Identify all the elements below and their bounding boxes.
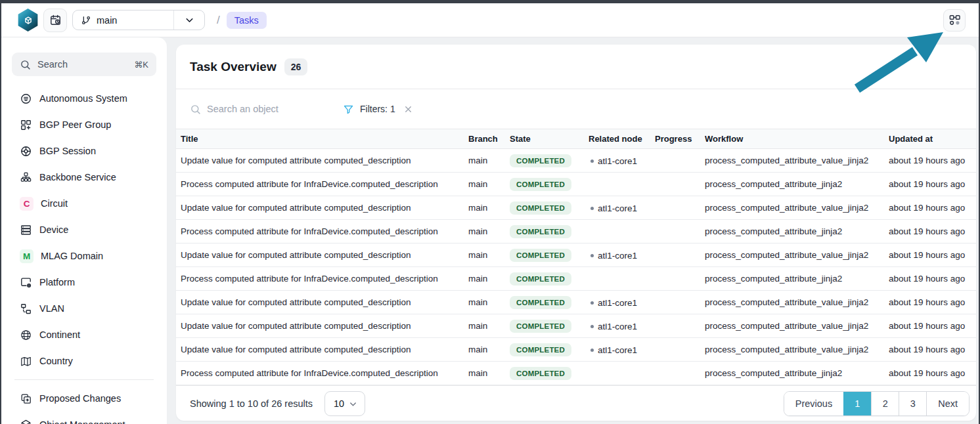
cell-state: COMPLETED: [510, 320, 589, 333]
sidebar-item-label: Platform: [39, 277, 75, 287]
sidebar-item-object-management[interactable]: Object Management: [12, 412, 156, 424]
chevron-down-icon: [184, 14, 195, 26]
branch-selector[interactable]: main: [72, 10, 205, 30]
node-dot-icon: [590, 207, 594, 210]
node-dot-icon: [590, 349, 594, 352]
related-node[interactable]: atl1-core1: [590, 156, 637, 166]
table-row[interactable]: Process computed attribute for InfraDevi…: [176, 267, 976, 291]
sidebar-item-continent[interactable]: Continent: [12, 322, 156, 348]
filters-group: Filters: 1: [343, 104, 413, 115]
related-node[interactable]: atl1-core1: [590, 322, 637, 331]
cell-workflow: process_computed_attribute_value_jinja2: [705, 203, 889, 213]
cell-workflow: process_computed_attribute_jinja2: [705, 179, 889, 189]
sidebar-item-mlag-domain[interactable]: M MLAG Domain: [12, 243, 156, 269]
pagination-next[interactable]: Next: [926, 392, 969, 415]
cell-related-node: atl1-core1: [589, 155, 655, 166]
search-icon: [190, 104, 201, 115]
table-row[interactable]: Process computed attribute for InfraDevi…: [176, 220, 976, 244]
cell-title: Update value for computed attribute comp…: [176, 345, 468, 354]
sidebar-item-autonomous-system[interactable]: Autonomous System: [12, 85, 156, 112]
clear-filters-button[interactable]: [403, 104, 413, 114]
sidebar-search[interactable]: Search ⌘K: [12, 53, 156, 76]
sidebar-item-backbone-service[interactable]: Backbone Service: [12, 164, 156, 190]
git-branch-icon: [81, 15, 91, 26]
cell-state: COMPLETED: [510, 367, 589, 380]
sidebar-item-proposed-changes[interactable]: Proposed Changes: [12, 385, 156, 412]
sidebar-item-circuit[interactable]: C Circuit: [12, 190, 156, 217]
calendar-clock-icon: [49, 14, 62, 26]
page-size-value: 10: [334, 398, 348, 409]
status-badge: COMPLETED: [510, 178, 571, 191]
table-row[interactable]: Process computed attribute for InfraDevi…: [176, 173, 976, 196]
node-dot-icon: [590, 301, 594, 305]
pagination-previous[interactable]: Previous: [784, 392, 843, 415]
related-node[interactable]: atl1-core1: [590, 345, 637, 355]
sidebar-item-label: MLAG Domain: [41, 251, 103, 261]
table-row[interactable]: Update value for computed attribute comp…: [176, 314, 976, 338]
cell-state: COMPLETED: [510, 343, 589, 356]
table-row[interactable]: Update value for computed attribute comp…: [176, 338, 976, 362]
pagination-page-1[interactable]: 1: [843, 392, 871, 415]
cell-branch: main: [468, 274, 510, 284]
cell-related-node: atl1-core1: [589, 202, 655, 213]
related-node[interactable]: atl1-core1: [590, 298, 637, 308]
vlan-icon: [20, 303, 32, 315]
cell-workflow: process_computed_attribute_jinja2: [705, 226, 889, 236]
sidebar-item-bgp-peer-group[interactable]: BGP Peer Group: [12, 112, 156, 138]
cell-related-node: atl1-core1: [589, 297, 655, 308]
sidebar-item-vlan[interactable]: VLAN: [12, 295, 156, 322]
cell-state: COMPLETED: [510, 201, 589, 215]
cell-state: COMPLETED: [510, 296, 589, 309]
related-node[interactable]: atl1-core1: [590, 203, 637, 213]
column-header-related-node: Related node: [589, 134, 655, 144]
schema-button[interactable]: [943, 9, 966, 32]
cell-branch: main: [468, 345, 510, 354]
cell-branch: main: [468, 226, 510, 236]
table-row[interactable]: Update value for computed attribute comp…: [176, 291, 976, 314]
cell-branch: main: [468, 321, 510, 331]
table-row[interactable]: Process computed attribute for InfraDevi…: [176, 362, 976, 385]
filters-label: Filters: 1: [360, 104, 395, 114]
sidebar-item-bgp-session[interactable]: BGP Session: [12, 138, 156, 164]
cell-title: Update value for computed attribute comp…: [176, 321, 468, 331]
pagination-page-3[interactable]: 3: [899, 392, 926, 415]
table-row[interactable]: Update value for computed attribute comp…: [176, 196, 976, 220]
cell-branch: main: [468, 203, 510, 213]
time-travel-button[interactable]: [43, 9, 67, 32]
sidebar-divider: [14, 379, 154, 380]
country-icon: [20, 355, 32, 368]
sidebar-item-label: Circuit: [41, 198, 68, 209]
column-header-branch: Branch: [468, 134, 510, 144]
sidebar-item-device[interactable]: Device: [12, 217, 156, 243]
page-size-select[interactable]: 10: [324, 391, 365, 416]
cell-updated-at: about 19 hours ago: [889, 156, 976, 165]
status-badge: COMPLETED: [510, 225, 571, 238]
branch-selector-chevron[interactable]: [174, 14, 204, 26]
sidebar-search-placeholder: Search: [37, 59, 134, 70]
continent-icon: [20, 329, 32, 341]
table-row[interactable]: Update value for computed attribute comp…: [176, 244, 976, 267]
object-search-input[interactable]: Search an object: [190, 104, 324, 115]
cell-workflow: process_computed_attribute_value_jinja2: [705, 297, 889, 307]
device-icon: [20, 224, 32, 236]
column-header-state: State: [510, 134, 589, 144]
related-node[interactable]: atl1-core1: [590, 251, 637, 261]
cell-title: Process computed attribute for InfraDevi…: [176, 368, 468, 378]
table-row[interactable]: Update value for computed attribute comp…: [176, 149, 976, 173]
card-footer: Showing 1 to 10 of 26 results 10 Previou…: [176, 385, 976, 421]
app-logo[interactable]: [17, 9, 39, 32]
autonomous-system-icon: [20, 93, 32, 105]
task-count-badge: 26: [284, 58, 308, 75]
sidebar-item-country[interactable]: Country: [12, 348, 156, 374]
breadcrumb-tasks[interactable]: Tasks: [227, 12, 267, 29]
cell-related-node: atl1-core1: [589, 344, 655, 355]
status-badge: COMPLETED: [510, 154, 571, 167]
cell-updated-at: about 19 hours ago: [889, 203, 976, 213]
card-title-row: Task Overview 26: [176, 45, 976, 89]
sidebar-item-label: BGP Peer Group: [39, 119, 111, 130]
cell-title: Update value for computed attribute comp…: [176, 250, 468, 260]
results-summary: Showing 1 to 10 of 26 results: [190, 398, 313, 409]
bgp-peer-group-icon: [20, 119, 32, 131]
pagination-page-2[interactable]: 2: [871, 392, 899, 415]
sidebar-item-platform[interactable]: Platform: [12, 269, 156, 295]
